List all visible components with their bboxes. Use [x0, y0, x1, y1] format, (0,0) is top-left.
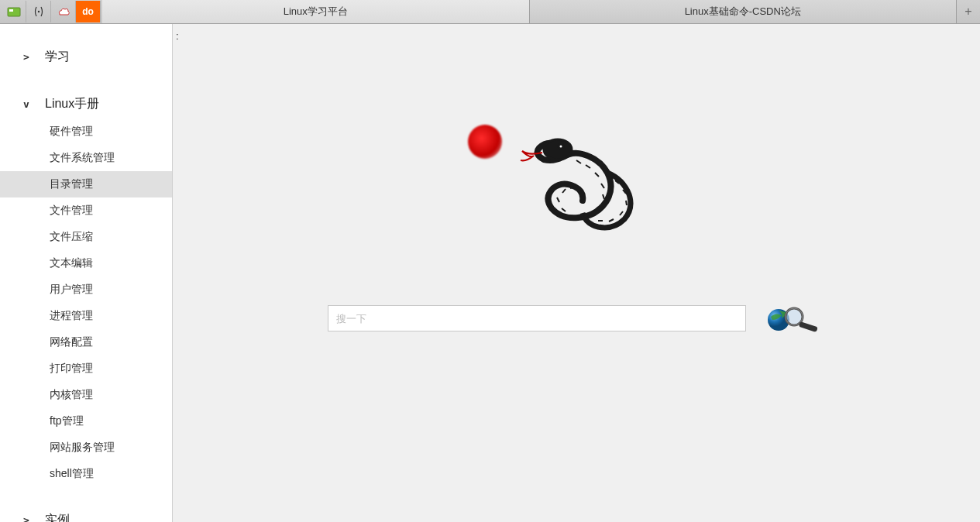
tab-csdn-forum[interactable]: Linux基础命令-CSDN论坛 — [530, 0, 958, 23]
svg-rect-1 — [9, 9, 13, 12]
sidebar: >学习vLinux手册硬件管理文件系统管理目录管理文件管理文件压缩文本编辑用户管… — [0, 24, 173, 522]
nav-items: 硬件管理文件系统管理目录管理文件管理文件压缩文本编辑用户管理进程管理网络配置打印… — [0, 118, 172, 487]
browser-tabbar: do Linux学习平台 Linux基础命令-CSDN论坛 + — [0, 0, 980, 24]
nav-item[interactable]: 网站服务管理 — [0, 434, 172, 461]
svg-point-2 — [37, 11, 39, 12]
nav-item[interactable]: ftp管理 — [0, 408, 172, 434]
chevron-right-icon: > — [23, 514, 29, 522]
nav-section: >学习 — [0, 43, 172, 71]
nav-section: >实例 — [0, 506, 172, 522]
nav-item[interactable]: 文件系统管理 — [0, 145, 172, 171]
nav-item[interactable]: 网络配置 — [0, 329, 172, 355]
nav-section-header[interactable]: vLinux手册 — [0, 90, 172, 118]
content-area: : — [173, 24, 980, 522]
svg-rect-8 — [799, 321, 818, 332]
nav-item[interactable]: 文本编辑 — [0, 250, 172, 276]
logo-area — [460, 109, 693, 264]
nav-item[interactable]: shell管理 — [0, 461, 172, 487]
nav-item[interactable]: 硬件管理 — [0, 118, 172, 145]
chevron-down-icon: v — [23, 98, 29, 110]
nav-section-header[interactable]: >实例 — [0, 506, 172, 522]
nav-item[interactable]: 打印管理 — [0, 355, 172, 382]
nav-item[interactable]: 进程管理 — [0, 303, 172, 329]
svg-point-4 — [559, 144, 563, 149]
site-icon-1[interactable] — [2, 1, 26, 22]
stray-colon: : — [176, 30, 179, 42]
site-icon-4[interactable]: do — [76, 1, 101, 22]
new-tab-button[interactable]: + — [957, 0, 980, 23]
nav-item[interactable]: 目录管理 — [0, 171, 172, 197]
search-button[interactable] — [765, 303, 825, 334]
tab-label: Linux基础命令-CSDN论坛 — [685, 5, 801, 19]
nav-section: vLinux手册硬件管理文件系统管理目录管理文件管理文件压缩文本编辑用户管理进程… — [0, 90, 172, 487]
main-area: >学习vLinux手册硬件管理文件系统管理目录管理文件管理文件压缩文本编辑用户管… — [0, 24, 980, 522]
red-dot-icon — [468, 125, 502, 159]
svg-point-3 — [544, 139, 572, 160]
chevron-right-icon: > — [23, 51, 29, 63]
nav-item[interactable]: 用户管理 — [0, 276, 172, 303]
nav-item[interactable]: 内核管理 — [0, 382, 172, 408]
nav-section-label: 实例 — [45, 512, 70, 522]
search-input[interactable] — [328, 305, 746, 331]
nav-section-label: Linux手册 — [45, 96, 99, 112]
snake-logo-icon — [491, 117, 662, 256]
tab-linux-learning[interactable]: Linux学习平台 — [102, 0, 530, 23]
globe-magnifier-icon — [765, 303, 825, 334]
svg-rect-0 — [8, 8, 20, 16]
site-icon-3[interactable] — [51, 1, 76, 22]
tab-label: Linux学习平台 — [284, 5, 348, 19]
nav-item[interactable]: 文件压缩 — [0, 224, 172, 250]
tabbar-site-icons: do — [0, 0, 102, 23]
site-icon-2[interactable] — [26, 1, 51, 22]
search-row — [328, 303, 825, 334]
nav-section-header[interactable]: >学习 — [0, 43, 172, 71]
nav-item[interactable]: 文件管理 — [0, 197, 172, 224]
nav-section-label: 学习 — [45, 49, 70, 65]
